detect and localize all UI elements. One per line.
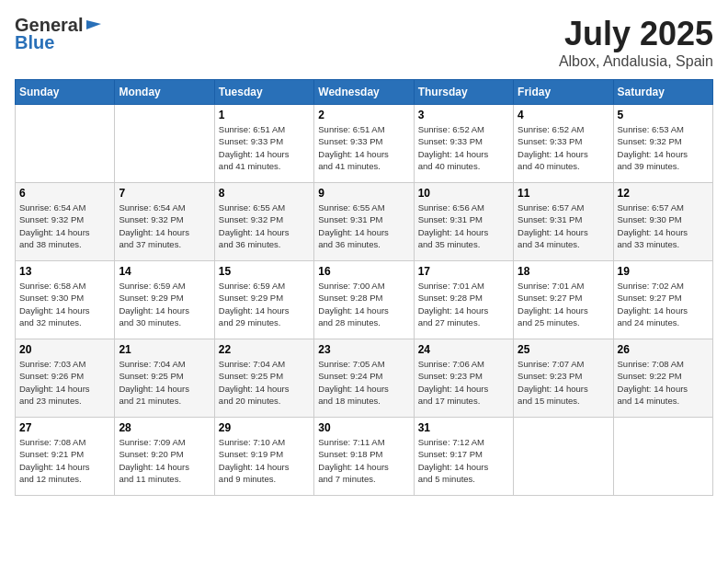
calendar-body: 1Sunrise: 6:51 AM Sunset: 9:33 PM Daylig… (16, 105, 713, 496)
week-row-2: 13Sunrise: 6:58 AM Sunset: 9:30 PM Dayli… (16, 261, 713, 339)
calendar-cell: 5Sunrise: 6:53 AM Sunset: 9:32 PM Daylig… (613, 105, 712, 183)
calendar-cell: 3Sunrise: 6:52 AM Sunset: 9:33 PM Daylig… (414, 105, 513, 183)
calendar-cell: 15Sunrise: 6:59 AM Sunset: 9:29 PM Dayli… (214, 261, 313, 339)
calendar-cell: 13Sunrise: 6:58 AM Sunset: 9:30 PM Dayli… (16, 261, 115, 339)
day-number: 31 (418, 421, 509, 434)
day-number: 26 (618, 343, 709, 356)
day-number: 18 (518, 265, 609, 278)
day-number: 17 (418, 265, 509, 278)
calendar-title: July 2025 (559, 15, 713, 53)
day-header-tuesday: Tuesday (214, 80, 313, 105)
day-number: 15 (219, 265, 310, 278)
day-info: Sunrise: 6:54 AM Sunset: 9:32 PM Dayligh… (19, 201, 110, 250)
day-info: Sunrise: 7:03 AM Sunset: 9:26 PM Dayligh… (19, 358, 110, 407)
day-info: Sunrise: 7:04 AM Sunset: 9:25 PM Dayligh… (219, 358, 310, 407)
day-info: Sunrise: 7:10 AM Sunset: 9:19 PM Dayligh… (219, 436, 310, 485)
day-info: Sunrise: 6:59 AM Sunset: 9:29 PM Dayligh… (119, 280, 210, 328)
day-info: Sunrise: 7:08 AM Sunset: 9:21 PM Dayligh… (19, 436, 110, 485)
day-number: 2 (318, 109, 409, 121)
calendar-cell: 11Sunrise: 6:57 AM Sunset: 9:31 PM Dayli… (514, 183, 613, 261)
day-info: Sunrise: 6:54 AM Sunset: 9:32 PM Dayligh… (119, 201, 210, 250)
day-info: Sunrise: 6:52 AM Sunset: 9:33 PM Dayligh… (418, 123, 509, 172)
day-number: 13 (19, 265, 110, 278)
day-number: 10 (418, 187, 509, 200)
day-number: 14 (119, 265, 210, 278)
day-number: 11 (518, 187, 609, 200)
day-info: Sunrise: 7:07 AM Sunset: 9:23 PM Dayligh… (518, 358, 609, 407)
svg-marker-0 (86, 20, 101, 29)
day-number: 16 (318, 265, 409, 278)
day-header-wednesday: Wednesday (314, 80, 414, 105)
calendar-cell: 20Sunrise: 7:03 AM Sunset: 9:26 PM Dayli… (16, 339, 115, 418)
day-number: 9 (318, 187, 409, 200)
calendar-cell: 31Sunrise: 7:12 AM Sunset: 9:17 PM Dayli… (414, 418, 513, 496)
calendar-cell: 23Sunrise: 7:05 AM Sunset: 9:24 PM Dayli… (314, 339, 414, 418)
week-row-4: 27Sunrise: 7:08 AM Sunset: 9:21 PM Dayli… (16, 418, 713, 496)
calendar-cell: 18Sunrise: 7:01 AM Sunset: 9:27 PM Dayli… (514, 261, 613, 339)
day-info: Sunrise: 6:53 AM Sunset: 9:32 PM Dayligh… (618, 123, 709, 172)
day-info: Sunrise: 7:09 AM Sunset: 9:20 PM Dayligh… (119, 436, 210, 485)
day-number: 21 (119, 343, 210, 356)
calendar-subtitle: Albox, Andalusia, Spain (559, 53, 713, 70)
calendar-cell: 12Sunrise: 6:57 AM Sunset: 9:30 PM Dayli… (613, 183, 712, 261)
day-number: 12 (618, 187, 709, 200)
day-number: 20 (19, 343, 110, 356)
calendar-cell: 19Sunrise: 7:02 AM Sunset: 9:27 PM Dayli… (613, 261, 712, 339)
day-number: 30 (318, 421, 409, 434)
calendar-cell: 21Sunrise: 7:04 AM Sunset: 9:25 PM Dayli… (115, 339, 214, 418)
day-number: 27 (19, 421, 110, 434)
day-info: Sunrise: 6:52 AM Sunset: 9:33 PM Dayligh… (518, 123, 609, 172)
day-header-saturday: Saturday (613, 80, 712, 105)
calendar-cell: 26Sunrise: 7:08 AM Sunset: 9:22 PM Dayli… (613, 339, 712, 418)
calendar-cell: 6Sunrise: 6:54 AM Sunset: 9:32 PM Daylig… (16, 183, 115, 261)
day-info: Sunrise: 7:00 AM Sunset: 9:28 PM Dayligh… (318, 280, 409, 328)
day-info: Sunrise: 6:51 AM Sunset: 9:33 PM Dayligh… (219, 123, 310, 172)
calendar-cell: 29Sunrise: 7:10 AM Sunset: 9:19 PM Dayli… (214, 418, 313, 496)
calendar-cell: 28Sunrise: 7:09 AM Sunset: 9:20 PM Dayli… (115, 418, 214, 496)
calendar-cell: 30Sunrise: 7:11 AM Sunset: 9:18 PM Dayli… (314, 418, 414, 496)
logo: General Blue (15, 15, 103, 53)
logo-blue-text: Blue (15, 32, 54, 53)
page-header: General Blue July 2025 Albox, Andalusia,… (15, 15, 713, 70)
calendar-cell (115, 105, 214, 183)
calendar-cell: 1Sunrise: 6:51 AM Sunset: 9:33 PM Daylig… (214, 105, 313, 183)
calendar-cell: 2Sunrise: 6:51 AM Sunset: 9:33 PM Daylig… (314, 105, 414, 183)
day-info: Sunrise: 7:12 AM Sunset: 9:17 PM Dayligh… (418, 436, 509, 485)
calendar-cell: 24Sunrise: 7:06 AM Sunset: 9:23 PM Dayli… (414, 339, 513, 418)
day-info: Sunrise: 7:05 AM Sunset: 9:24 PM Dayligh… (318, 358, 409, 407)
logo-flag-icon (85, 17, 103, 35)
calendar-cell (613, 418, 712, 496)
days-of-week-row: SundayMondayTuesdayWednesdayThursdayFrid… (16, 80, 713, 105)
week-row-3: 20Sunrise: 7:03 AM Sunset: 9:26 PM Dayli… (16, 339, 713, 418)
day-header-friday: Friday (514, 80, 613, 105)
day-info: Sunrise: 6:58 AM Sunset: 9:30 PM Dayligh… (19, 280, 110, 328)
calendar-cell: 4Sunrise: 6:52 AM Sunset: 9:33 PM Daylig… (514, 105, 613, 183)
day-number: 25 (518, 343, 609, 356)
day-number: 19 (618, 265, 709, 278)
calendar-cell: 14Sunrise: 6:59 AM Sunset: 9:29 PM Dayli… (115, 261, 214, 339)
day-number: 4 (518, 109, 609, 121)
day-header-sunday: Sunday (16, 80, 115, 105)
day-number: 22 (219, 343, 310, 356)
calendar-cell: 27Sunrise: 7:08 AM Sunset: 9:21 PM Dayli… (16, 418, 115, 496)
day-number: 29 (219, 421, 310, 434)
day-number: 5 (618, 109, 709, 121)
calendar-cell: 10Sunrise: 6:56 AM Sunset: 9:31 PM Dayli… (414, 183, 513, 261)
day-info: Sunrise: 6:57 AM Sunset: 9:31 PM Dayligh… (518, 201, 609, 250)
calendar-cell: 8Sunrise: 6:55 AM Sunset: 9:32 PM Daylig… (214, 183, 313, 261)
calendar-cell (16, 105, 115, 183)
day-info: Sunrise: 6:55 AM Sunset: 9:32 PM Dayligh… (219, 201, 310, 250)
day-info: Sunrise: 6:59 AM Sunset: 9:29 PM Dayligh… (219, 280, 310, 328)
day-number: 23 (318, 343, 409, 356)
day-info: Sunrise: 6:55 AM Sunset: 9:31 PM Dayligh… (318, 201, 409, 250)
day-info: Sunrise: 7:08 AM Sunset: 9:22 PM Dayligh… (618, 358, 709, 407)
day-info: Sunrise: 7:06 AM Sunset: 9:23 PM Dayligh… (418, 358, 509, 407)
day-info: Sunrise: 7:04 AM Sunset: 9:25 PM Dayligh… (119, 358, 210, 407)
calendar-cell: 16Sunrise: 7:00 AM Sunset: 9:28 PM Dayli… (314, 261, 414, 339)
week-row-0: 1Sunrise: 6:51 AM Sunset: 9:33 PM Daylig… (16, 105, 713, 183)
day-number: 1 (219, 109, 310, 121)
day-header-thursday: Thursday (414, 80, 513, 105)
day-info: Sunrise: 7:01 AM Sunset: 9:28 PM Dayligh… (418, 280, 509, 328)
day-number: 24 (418, 343, 509, 356)
day-info: Sunrise: 7:11 AM Sunset: 9:18 PM Dayligh… (318, 436, 409, 485)
